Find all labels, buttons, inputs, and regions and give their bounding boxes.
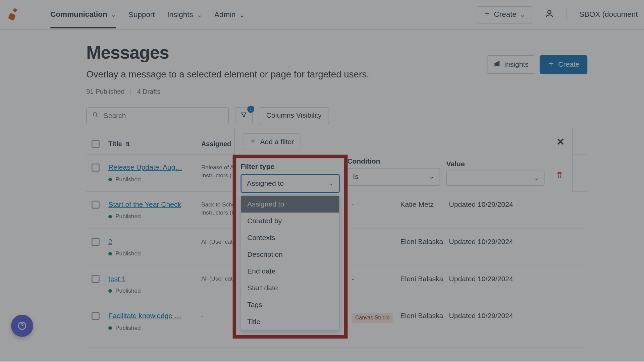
modal-scrim [0, 0, 644, 362]
